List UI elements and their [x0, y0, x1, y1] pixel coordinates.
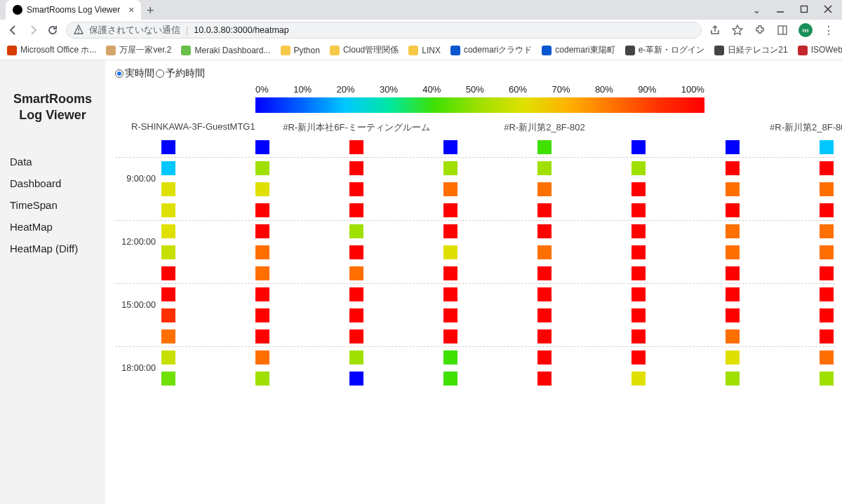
heatmap-cell[interactable]: [820, 350, 834, 365]
new-tab-button[interactable]: +: [141, 1, 159, 20]
heatmap-cell[interactable]: [349, 140, 363, 154]
heatmap-cell[interactable]: [726, 372, 740, 386]
extensions-icon[interactable]: [754, 24, 766, 36]
heatmap-cell[interactable]: [349, 161, 363, 175]
heatmap-cell[interactable]: [820, 140, 834, 154]
heatmap-cell[interactable]: [443, 287, 457, 301]
heatmap-cell[interactable]: [632, 287, 646, 301]
reload-icon[interactable]: [46, 24, 59, 36]
heatmap-cell[interactable]: [537, 203, 552, 217]
heatmap-cell[interactable]: [726, 350, 740, 365]
close-icon[interactable]: ×: [124, 4, 134, 15]
heatmap-cell[interactable]: [255, 329, 269, 343]
heatmap-cell[interactable]: [726, 182, 740, 196]
heatmap-cell[interactable]: [726, 266, 740, 280]
heatmap-cell[interactable]: [632, 161, 646, 175]
heatmap-cell[interactable]: [443, 140, 457, 154]
heatmap-cell[interactable]: [537, 308, 552, 322]
heatmap-cell[interactable]: [255, 203, 269, 217]
heatmap-cell[interactable]: [632, 350, 646, 365]
heatmap-cell[interactable]: [349, 350, 363, 365]
heatmap-cell[interactable]: [255, 372, 269, 386]
bookmark-item[interactable]: Cloud管理関係: [330, 44, 399, 56]
bookmark-item[interactable]: codemariクラウド: [450, 44, 532, 56]
heatmap-cell[interactable]: [443, 182, 457, 196]
heatmap-cell[interactable]: [443, 266, 457, 280]
heatmap-cell[interactable]: [349, 308, 363, 322]
heatmap-cell[interactable]: [820, 287, 834, 301]
heatmap-cell[interactable]: [537, 161, 552, 175]
heatmap-cell[interactable]: [820, 329, 834, 343]
heatmap-cell[interactable]: [161, 224, 175, 238]
heatmap-cell[interactable]: [349, 203, 363, 217]
forward-icon[interactable]: [27, 24, 39, 36]
heatmap-cell[interactable]: [443, 203, 457, 217]
bookmark-item[interactable]: 日経テレコン21: [714, 44, 787, 56]
heatmap-cell[interactable]: [632, 182, 646, 196]
heatmap-cell[interactable]: [255, 266, 269, 280]
heatmap-cell[interactable]: [443, 224, 457, 238]
heatmap-cell[interactable]: [161, 245, 175, 259]
heatmap-cell[interactable]: [726, 329, 740, 343]
bookmark-item[interactable]: codemari東陽町: [542, 44, 615, 56]
heatmap-cell[interactable]: [820, 224, 834, 238]
heatmap-cell[interactable]: [349, 266, 363, 280]
heatmap-cell[interactable]: [632, 329, 646, 343]
heatmap-cell[interactable]: [537, 140, 552, 154]
heatmap-cell[interactable]: [161, 350, 175, 365]
heatmap-cell[interactable]: [255, 140, 269, 154]
heatmap-cell[interactable]: [820, 245, 834, 259]
heatmap-cell[interactable]: [349, 287, 363, 301]
heatmap-cell[interactable]: [161, 372, 175, 386]
heatmap-cell[interactable]: [255, 182, 269, 196]
heatmap-cell[interactable]: [537, 350, 552, 365]
heatmap-cell[interactable]: [632, 266, 646, 280]
heatmap-cell[interactable]: [537, 245, 552, 259]
heatmap-cell[interactable]: [255, 287, 269, 301]
heatmap-cell[interactable]: [255, 161, 269, 175]
heatmap-cell[interactable]: [349, 329, 363, 343]
url-input[interactable]: 保護されていない通信 | 10.0.3.80:3000/heatmap: [66, 22, 702, 39]
bookmark-item[interactable]: Python: [281, 46, 320, 55]
nav-heatmap-diff-[interactable]: HeatMap (Diff): [0, 238, 105, 259]
heatmap-cell[interactable]: [349, 372, 363, 386]
chevron-down-icon[interactable]: ⌄: [753, 5, 761, 15]
heatmap-cell[interactable]: [161, 203, 175, 217]
heatmap-cell[interactable]: [820, 182, 834, 196]
heatmap-cell[interactable]: [443, 372, 457, 386]
back-icon[interactable]: [7, 24, 20, 36]
nav-dashboard[interactable]: Dashboard: [0, 172, 105, 194]
browser-tab[interactable]: SmartRooms Log Viewer ×: [6, 0, 141, 20]
heatmap-cell[interactable]: [161, 266, 175, 280]
heatmap-cell[interactable]: [726, 203, 740, 217]
close-window-icon[interactable]: [824, 5, 832, 15]
radio-realtime[interactable]: [115, 69, 123, 78]
heatmap-cell[interactable]: [726, 245, 740, 259]
heatmap-cell[interactable]: [537, 329, 552, 343]
bookmark-item[interactable]: e-革新・ログイン: [625, 44, 705, 56]
heatmap-cell[interactable]: [349, 182, 363, 196]
heatmap-cell[interactable]: [726, 308, 740, 322]
heatmap-cell[interactable]: [632, 224, 646, 238]
profile-avatar[interactable]: ㎜: [798, 23, 813, 37]
heatmap-cell[interactable]: [537, 182, 552, 196]
heatmap-cell[interactable]: [632, 308, 646, 322]
heatmap-cell[interactable]: [820, 266, 834, 280]
heatmap-cell[interactable]: [255, 245, 269, 259]
heatmap-cell[interactable]: [820, 372, 834, 386]
heatmap-cell[interactable]: [632, 203, 646, 217]
bookmark-item[interactable]: LINX: [408, 46, 441, 55]
heatmap-cell[interactable]: [726, 161, 740, 175]
heatmap-cell[interactable]: [255, 308, 269, 322]
bookmark-item[interactable]: 万屋一家ver.2: [106, 44, 171, 56]
heatmap-cell[interactable]: [443, 350, 457, 365]
star-icon[interactable]: [731, 24, 744, 36]
heatmap-cell[interactable]: [161, 287, 175, 301]
heatmap-cell[interactable]: [726, 287, 740, 301]
sidepanel-icon[interactable]: [776, 24, 789, 36]
heatmap-cell[interactable]: [726, 140, 740, 154]
heatmap-cell[interactable]: [349, 224, 363, 238]
heatmap-cell[interactable]: [161, 329, 175, 343]
heatmap-cell[interactable]: [537, 372, 552, 386]
maximize-icon[interactable]: [800, 5, 808, 15]
